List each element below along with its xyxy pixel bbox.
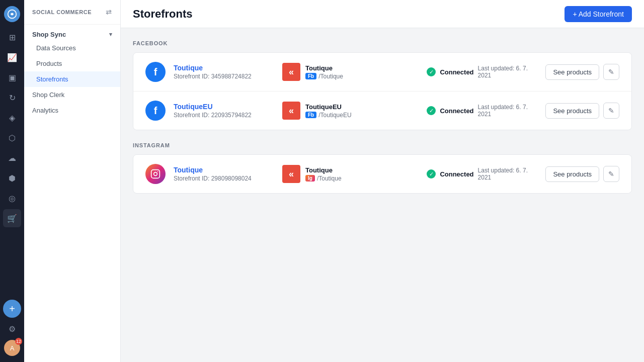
main-content: Storefronts + Add Storefront FACEBOOK f … bbox=[121, 0, 644, 362]
catalog-name-1: Toutique bbox=[305, 64, 343, 72]
facebook-icon-1: f bbox=[145, 62, 166, 82]
nav-sidebar: SOCIAL COMMERCE ⇄ Shop Sync ▾ Data Sourc… bbox=[24, 0, 121, 362]
catalog-path-2: /ToutiqueEU bbox=[318, 112, 351, 119]
status-text-1: Connected bbox=[440, 68, 473, 76]
nav-icon-box[interactable]: ▣ bbox=[3, 68, 21, 86]
last-updated-3: Last updated: 6. 7. 2021 bbox=[478, 167, 538, 181]
content-area: FACEBOOK f Toutique Storefront ID: 34598… bbox=[121, 28, 644, 362]
shop-sync-chevron: ▾ bbox=[109, 31, 112, 38]
sidebar-item-products[interactable]: Products bbox=[24, 56, 120, 71]
actions-section-1: See products ✎ bbox=[545, 64, 619, 80]
facebook-section-label: FACEBOOK bbox=[133, 40, 632, 46]
nav-icon-tag[interactable]: ◈ bbox=[3, 109, 21, 127]
settings-icon[interactable]: ⚙ bbox=[3, 320, 21, 338]
catalog-details-2: ToutiqueEU Fb /ToutiqueEU bbox=[305, 103, 352, 119]
catalog-badge-row-3: Ig /Toutique bbox=[305, 175, 342, 182]
status-check-icon-2: ✓ bbox=[427, 106, 436, 115]
catalog-info-2: « ToutiqueEU Fb /ToutiqueEU bbox=[282, 102, 419, 120]
sidebar-item-data-sources[interactable]: Data Sources bbox=[24, 40, 120, 56]
facebook-card-group: f Toutique Storefront ID: 345988724822 «… bbox=[133, 52, 632, 130]
icon-sidebar: ⊞ 📈 ▣ ↻ ◈ ⬡ ☁ ⬢ ◎ 🛒 + ⚙ A 12 bbox=[0, 0, 24, 362]
avatar-initials: A bbox=[10, 344, 15, 352]
fab-plus-button[interactable]: + bbox=[3, 300, 21, 318]
edit-button-2[interactable]: ✎ bbox=[603, 103, 619, 119]
last-updated-1: Last updated: 6. 7. 2021 bbox=[478, 65, 538, 79]
nav-icon-puzzle[interactable]: ⬢ bbox=[3, 169, 21, 187]
nav-icon-dashboard[interactable]: ⊞ bbox=[3, 28, 21, 46]
catalog-name-3: Toutique bbox=[305, 166, 342, 174]
storefront-name-1[interactable]: Toutique bbox=[174, 64, 274, 72]
nav-icon-thumbs[interactable]: ◎ bbox=[3, 189, 21, 207]
catalog-details-1: Toutique Fb /Toutique bbox=[305, 64, 343, 80]
app-title: SOCIAL COMMERCE bbox=[32, 9, 92, 15]
status-check-icon-1: ✓ bbox=[427, 67, 436, 76]
catalog-badge-2: Fb bbox=[305, 112, 316, 118]
catalog-logo-2: « bbox=[282, 102, 300, 120]
top-bar: Storefronts + Add Storefront bbox=[121, 0, 644, 28]
svg-point-2 bbox=[154, 172, 157, 176]
instagram-icon-1 bbox=[145, 164, 166, 184]
nav-icon-cart[interactable]: 🛒 bbox=[3, 209, 21, 227]
status-section-3: ✓ Connected Last updated: 6. 7. 2021 bbox=[427, 167, 537, 181]
catalog-details-3: Toutique Ig /Toutique bbox=[305, 166, 342, 182]
nav-icon-sync[interactable]: ↻ bbox=[3, 88, 21, 107]
sidebar-item-shop-clerk[interactable]: Shop Clerk bbox=[24, 87, 120, 103]
catalog-logo-1: « bbox=[282, 63, 300, 81]
actions-section-3: See products ✎ bbox=[545, 166, 619, 182]
svg-point-3 bbox=[157, 171, 158, 172]
actions-section-2: See products ✎ bbox=[545, 103, 619, 119]
avatar[interactable]: A 12 bbox=[4, 340, 20, 356]
status-text-3: Connected bbox=[440, 170, 473, 178]
nav-icon-cloud[interactable]: ☁ bbox=[3, 149, 21, 167]
catalog-badge-1: Fb bbox=[305, 73, 316, 79]
svg-rect-1 bbox=[151, 170, 160, 178]
storefront-id-3: Storefront ID: 298098098024 bbox=[174, 175, 274, 182]
nav-section-shop-sync[interactable]: Shop Sync ▾ bbox=[24, 25, 120, 40]
status-text-2: Connected bbox=[440, 107, 473, 115]
status-section-2: ✓ Connected Last updated: 6. 7. 2021 bbox=[427, 104, 537, 118]
last-updated-2: Last updated: 6. 7. 2021 bbox=[478, 104, 538, 118]
edit-button-3[interactable]: ✎ bbox=[603, 166, 619, 182]
instagram-section-label: INSTAGRAM bbox=[133, 142, 632, 148]
page-title: Storefronts bbox=[133, 8, 193, 21]
catalog-info-3: « Toutique Ig /Toutique bbox=[282, 165, 419, 183]
edit-button-1[interactable]: ✎ bbox=[603, 64, 619, 80]
see-products-button-3[interactable]: See products bbox=[545, 166, 599, 182]
collapse-button[interactable]: ⇄ bbox=[106, 8, 112, 16]
storefront-name-2[interactable]: ToutiqueEU bbox=[174, 103, 274, 111]
see-products-button-2[interactable]: See products bbox=[545, 103, 599, 119]
catalog-logo-3: « bbox=[282, 165, 300, 183]
table-row: Toutique Storefront ID: 298098098024 « T… bbox=[133, 155, 631, 193]
avatar-badge: 12 bbox=[15, 338, 22, 345]
table-row: f Toutique Storefront ID: 345988724822 «… bbox=[133, 53, 631, 91]
sidebar-item-storefronts[interactable]: Storefronts bbox=[24, 71, 120, 87]
see-products-button-1[interactable]: See products bbox=[545, 64, 599, 80]
storefront-info-1: Toutique Storefront ID: 345988724822 bbox=[174, 64, 274, 80]
status-section-1: ✓ Connected Last updated: 6. 7. 2021 bbox=[427, 65, 537, 79]
facebook-icon-2: f bbox=[145, 101, 166, 121]
catalog-info-1: « Toutique Fb /Toutique bbox=[282, 63, 419, 81]
storefront-info-2: ToutiqueEU Storefront ID: 220935794822 bbox=[174, 103, 274, 119]
storefront-info-3: Toutique Storefront ID: 298098098024 bbox=[174, 166, 274, 182]
nav-header: SOCIAL COMMERCE ⇄ bbox=[24, 0, 120, 25]
nav-icon-shield[interactable]: ⬡ bbox=[3, 129, 21, 147]
catalog-badge-row-1: Fb /Toutique bbox=[305, 73, 343, 80]
storefront-name-3[interactable]: Toutique bbox=[174, 166, 274, 174]
catalog-path-3: /Toutique bbox=[317, 175, 342, 182]
shop-sync-label: Shop Sync bbox=[32, 31, 66, 38]
storefront-id-2: Storefront ID: 220935794822 bbox=[174, 112, 274, 119]
catalog-badge-3: Ig bbox=[305, 175, 315, 182]
nav-icon-analytics[interactable]: 📈 bbox=[3, 48, 21, 66]
sidebar-item-analytics[interactable]: Analytics bbox=[24, 103, 120, 118]
add-storefront-button[interactable]: + Add Storefront bbox=[565, 6, 632, 22]
catalog-name-2: ToutiqueEU bbox=[305, 103, 352, 111]
storefront-id-1: Storefront ID: 345988724822 bbox=[174, 73, 274, 80]
catalog-path-1: /Toutique bbox=[318, 73, 343, 80]
app-logo bbox=[4, 6, 20, 22]
instagram-card-group: Toutique Storefront ID: 298098098024 « T… bbox=[133, 154, 632, 194]
status-check-icon-3: ✓ bbox=[427, 169, 436, 178]
catalog-badge-row-2: Fb /ToutiqueEU bbox=[305, 112, 352, 119]
table-row: f ToutiqueEU Storefront ID: 220935794822… bbox=[133, 91, 631, 130]
